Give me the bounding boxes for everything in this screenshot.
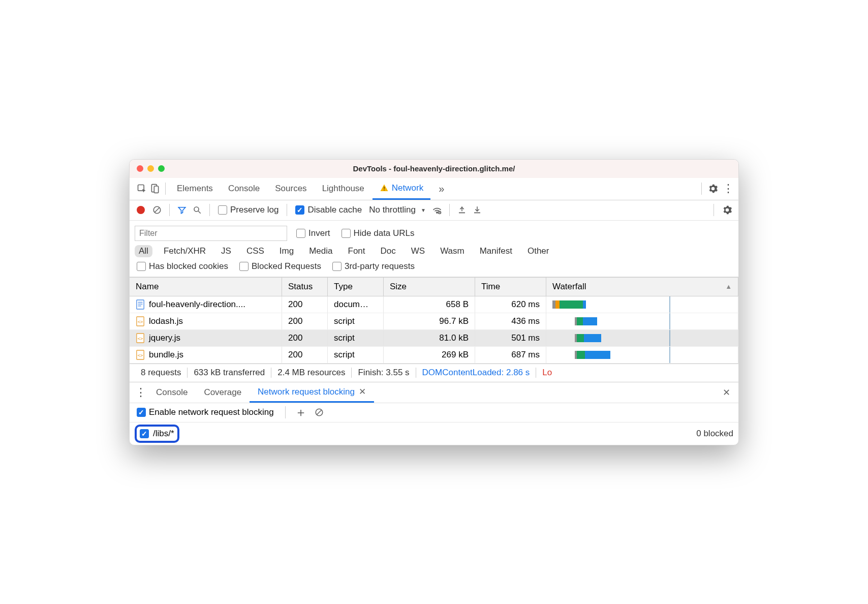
device-toggle-icon[interactable]	[149, 183, 161, 195]
blocking-pattern-item[interactable]: /libs/*	[135, 425, 179, 443]
svg-text:<>: <>	[138, 336, 143, 341]
table-row[interactable]: <>bundle.js200script269 kB687 ms	[130, 347, 738, 364]
status-domcontentloaded: DOMContentLoaded: 2.86 s	[416, 368, 537, 378]
svg-line-8	[198, 211, 201, 214]
drawer-tab-network-request-blocking[interactable]: Network request blocking ✕	[250, 382, 374, 403]
add-pattern-icon[interactable]: ＋	[295, 406, 307, 418]
network-conditions-icon[interactable]	[431, 204, 443, 216]
table-row[interactable]: <>jquery.js200script81.0 kB501 ms	[130, 330, 738, 347]
export-har-icon[interactable]	[471, 204, 483, 216]
filter-type-media[interactable]: Media	[305, 245, 336, 257]
svg-rect-4	[384, 190, 385, 191]
close-tab-icon[interactable]: ✕	[359, 386, 366, 397]
invert-checkbox[interactable]: Invert	[294, 228, 332, 238]
blocking-pattern-list: /libs/* 0 blocked	[130, 422, 738, 445]
close-drawer-icon[interactable]: ✕	[719, 387, 734, 398]
svg-rect-13	[137, 300, 144, 309]
drawer-menu-icon[interactable]: ⋮	[134, 386, 148, 399]
network-toolbar: Preserve log Disable cache No throttling…	[130, 200, 738, 221]
titlebar: DevTools - foul-heavenly-direction.glitc…	[130, 160, 738, 178]
filter-type-font[interactable]: Font	[344, 245, 369, 257]
inspect-icon[interactable]	[136, 183, 148, 195]
svg-text:<>: <>	[138, 352, 143, 357]
tab-elements[interactable]: Elements	[170, 178, 220, 200]
warning-icon	[380, 184, 389, 193]
filter-input[interactable]	[135, 226, 287, 241]
import-har-icon[interactable]	[456, 204, 468, 216]
drawer-tab-coverage[interactable]: Coverage	[196, 382, 250, 403]
drawer-tabs: ⋮ Console Coverage Network request block…	[130, 382, 738, 403]
col-time[interactable]: Time	[475, 278, 546, 296]
window-title: DevTools - foul-heavenly-direction.glitc…	[130, 164, 738, 173]
status-load: Lo	[536, 368, 558, 378]
svg-rect-11	[459, 213, 465, 214]
preserve-log-checkbox[interactable]: Preserve log	[216, 205, 281, 215]
col-size[interactable]: Size	[384, 278, 475, 296]
blocking-controls: Enable network request blocking ＋	[130, 403, 738, 422]
status-requests: 8 requests	[135, 368, 188, 378]
record-button[interactable]	[134, 206, 148, 214]
filter-type-all[interactable]: All	[135, 245, 152, 257]
svg-line-24	[317, 410, 321, 415]
filter-type-js[interactable]: JS	[217, 245, 235, 257]
svg-rect-3	[384, 187, 385, 189]
status-resources: 2.4 MB resources	[271, 368, 352, 378]
js-file-icon: <>	[136, 350, 145, 360]
tab-sources[interactable]: Sources	[268, 178, 314, 200]
hide-data-urls-checkbox[interactable]: Hide data URLs	[339, 228, 417, 238]
throttling-select[interactable]: No throttling▼	[367, 205, 428, 215]
clear-icon[interactable]	[151, 204, 163, 216]
filter-type-css[interactable]: CSS	[242, 245, 268, 257]
tab-network[interactable]: Network	[373, 178, 430, 200]
js-file-icon: <>	[136, 316, 145, 326]
third-party-checkbox[interactable]: 3rd-party requests	[330, 261, 417, 271]
request-table-body: foul-heavenly-direction....200docum…658 …	[130, 296, 738, 364]
table-row[interactable]: foul-heavenly-direction....200docum…658 …	[130, 296, 738, 313]
network-status-bar: 8 requests 633 kB transferred 2.4 MB res…	[130, 364, 738, 382]
filter-type-fetch-xhr[interactable]: Fetch/XHR	[160, 245, 210, 257]
filter-type-wasm[interactable]: Wasm	[436, 245, 469, 257]
drawer-tab-console[interactable]: Console	[148, 382, 196, 403]
svg-rect-12	[474, 213, 480, 214]
blocked-count: 0 blocked	[696, 429, 733, 439]
svg-text:<>: <>	[138, 319, 143, 324]
filter-icon[interactable]	[176, 204, 188, 216]
request-table-header: Name Status Type Size Time Waterfall▲	[130, 277, 738, 296]
col-type[interactable]: Type	[328, 278, 384, 296]
js-file-icon: <>	[136, 333, 145, 343]
svg-point-7	[194, 207, 199, 212]
status-transferred: 633 kB transferred	[188, 368, 271, 378]
tab-lighthouse[interactable]: Lighthouse	[315, 178, 371, 200]
filter-type-other[interactable]: Other	[523, 245, 553, 257]
svg-point-9	[437, 212, 438, 214]
settings-icon[interactable]	[706, 184, 720, 194]
table-row[interactable]: <>lodash.js200script96.7 kB436 ms	[130, 313, 738, 330]
kebab-menu-icon[interactable]: ⋮	[721, 182, 735, 195]
col-status[interactable]: Status	[282, 278, 328, 296]
svg-rect-2	[154, 186, 158, 193]
filter-type-doc[interactable]: Doc	[377, 245, 400, 257]
pattern-text: /libs/*	[153, 429, 174, 439]
svg-line-6	[155, 208, 160, 213]
enable-blocking-checkbox[interactable]: Enable network request blocking	[135, 407, 276, 417]
filter-type-img[interactable]: Img	[275, 245, 298, 257]
disable-cache-checkbox[interactable]: Disable cache	[293, 205, 364, 215]
search-icon[interactable]	[191, 204, 203, 216]
more-tabs-button[interactable]: »	[431, 178, 451, 200]
tab-console[interactable]: Console	[221, 178, 267, 200]
has-blocked-cookies-checkbox[interactable]: Has blocked cookies	[135, 261, 230, 271]
col-name[interactable]: Name	[130, 278, 282, 296]
status-finish: Finish: 3.55 s	[352, 368, 416, 378]
filter-type-ws[interactable]: WS	[407, 245, 429, 257]
blocked-requests-checkbox[interactable]: Blocked Requests	[237, 261, 323, 271]
doc-file-icon	[136, 299, 145, 310]
devtools-window: DevTools - foul-heavenly-direction.glitc…	[129, 159, 739, 445]
filter-type-manifest[interactable]: Manifest	[476, 245, 516, 257]
remove-all-icon[interactable]	[313, 406, 325, 418]
pattern-checkbox[interactable]	[140, 429, 149, 438]
sort-indicator-icon: ▲	[725, 283, 732, 290]
panel-tabs: Elements Console Sources Lighthouse Netw…	[130, 178, 738, 200]
filter-bar: Invert Hide data URLs AllFetch/XHRJSCSSI…	[130, 221, 738, 277]
col-waterfall[interactable]: Waterfall▲	[546, 278, 738, 296]
network-settings-icon[interactable]	[720, 205, 734, 215]
